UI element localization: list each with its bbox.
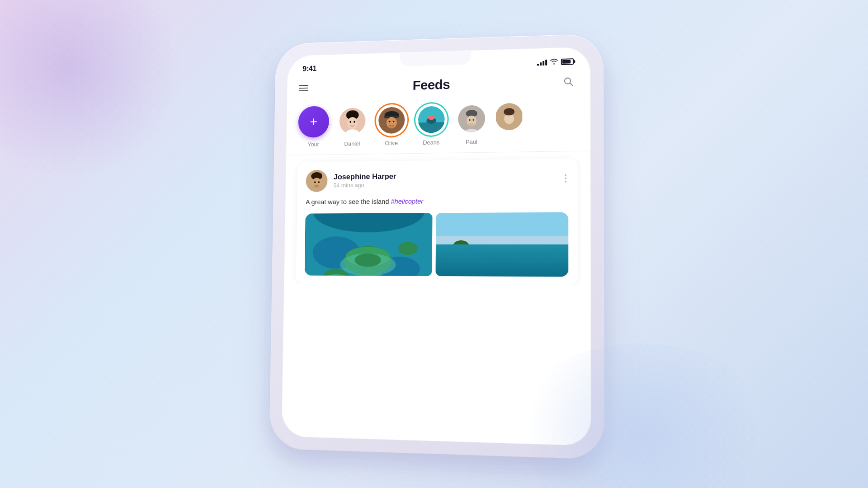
post-image-2 <box>435 212 568 277</box>
story-avatar-extra <box>496 102 523 132</box>
story-label-daniel: Daniel <box>344 140 360 147</box>
plus-icon: + <box>310 115 317 128</box>
hamburger-line-2 <box>299 88 308 89</box>
hamburger-line-3 <box>299 90 308 91</box>
avatar-face-paul <box>458 105 485 132</box>
post-text: A great way to see the island #helicopte… <box>306 195 568 207</box>
story-item-your[interactable]: + Your <box>298 106 329 148</box>
signal-bar-1 <box>537 64 539 66</box>
signal-bar-3 <box>542 61 544 66</box>
avatar-face-extra <box>496 103 523 131</box>
hamburger-menu-button[interactable] <box>299 85 308 91</box>
dot-2 <box>565 178 566 179</box>
status-icons <box>537 58 574 66</box>
dot-3 <box>565 181 566 183</box>
svg-point-47 <box>435 261 568 277</box>
story-avatar-paul <box>455 102 488 135</box>
hamburger-line-1 <box>299 85 308 86</box>
post-card: Josephine Harper 54 mins ago A great way… <box>296 159 578 285</box>
signal-bar-4 <box>545 60 547 66</box>
status-time: 9:41 <box>302 64 316 73</box>
story-item-deans[interactable]: Deans <box>415 103 447 146</box>
phone-wrapper: 9:41 <box>269 33 604 460</box>
post-time: 54 mins ago <box>333 182 396 189</box>
avatar-face-olive <box>378 107 405 134</box>
avatar-circle-extra <box>496 102 523 132</box>
story-avatar-daniel <box>337 105 368 137</box>
story-item-daniel[interactable]: Daniel <box>336 105 368 147</box>
svg-point-41 <box>398 242 418 255</box>
story-label-paul: Paul <box>466 138 477 145</box>
add-story-button[interactable]: + <box>298 106 329 138</box>
post-author: Josephine Harper 54 mins ago <box>306 169 396 192</box>
avatar-circle-daniel <box>338 106 367 136</box>
post-hashtag[interactable]: #helicopter <box>391 197 423 205</box>
story-label-olive: Olive <box>385 140 398 146</box>
author-info: Josephine Harper 54 mins ago <box>333 172 396 189</box>
story-avatar-olive <box>376 104 408 136</box>
avatar-circle-deans <box>417 104 446 134</box>
avatar-face-daniel <box>339 108 365 134</box>
story-label-your: Your <box>308 141 319 148</box>
notch <box>400 50 471 66</box>
wifi-icon <box>550 58 558 66</box>
stories-row: + Your <box>298 96 578 155</box>
svg-point-42 <box>340 253 396 276</box>
story-label-deans: Deans <box>423 139 439 146</box>
phone-shell: 9:41 <box>269 33 604 460</box>
battery-icon <box>561 58 574 65</box>
avatar-face-deans <box>418 106 444 133</box>
search-button[interactable] <box>559 72 578 91</box>
post-images <box>305 212 569 277</box>
avatar-circle-olive <box>377 105 406 135</box>
app-content: Feeds + Your <box>284 70 591 285</box>
svg-point-49 <box>453 240 469 251</box>
post-header: Josephine Harper 54 mins ago <box>306 167 568 192</box>
svg-point-52 <box>443 255 560 275</box>
story-item-extra[interactable]: B <box>496 102 523 135</box>
author-avatar <box>306 170 327 192</box>
story-item-olive[interactable]: Olive <box>376 104 408 146</box>
signal-bars-icon <box>537 59 547 66</box>
battery-fill <box>562 60 571 63</box>
post-text-content: A great way to see the island <box>306 197 391 206</box>
author-name: Josephine Harper <box>334 172 396 182</box>
svg-point-51 <box>512 245 526 255</box>
svg-rect-50 <box>518 253 521 269</box>
post-image-1 <box>305 213 433 276</box>
svg-rect-48 <box>460 249 463 269</box>
page-title: Feeds <box>412 77 450 93</box>
search-icon <box>563 76 574 87</box>
more-options-button[interactable] <box>563 173 568 184</box>
author-avatar-face <box>306 170 327 192</box>
signal-bar-2 <box>540 62 542 66</box>
avatar-circle-paul <box>457 103 486 134</box>
svg-rect-46 <box>435 244 568 277</box>
story-item-paul[interactable]: Paul <box>455 102 488 145</box>
svg-rect-45 <box>436 236 568 253</box>
phone-screen: 9:41 <box>281 47 591 446</box>
dot-1 <box>565 174 566 176</box>
story-avatar-deans <box>415 103 448 136</box>
